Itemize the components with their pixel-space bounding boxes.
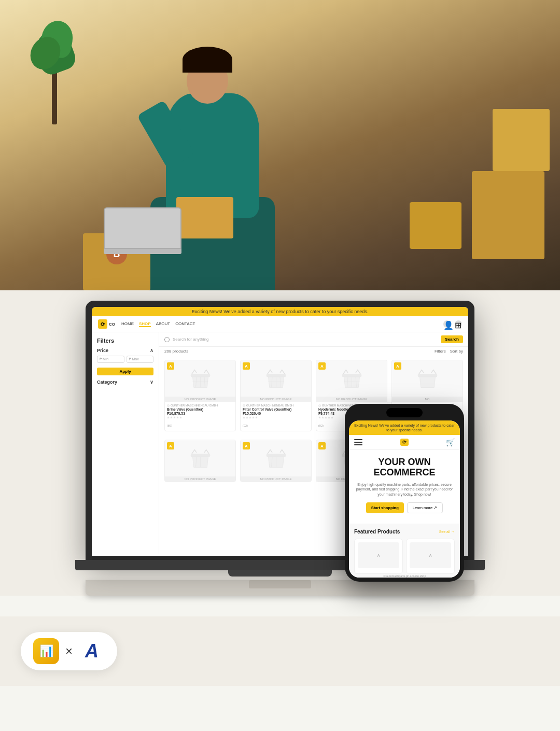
price-inputs: ₱ Min ₱ Max — [97, 356, 153, 363]
hero-title-line2: ECOMMERCE — [355, 468, 454, 478]
no-product-label-6: NO PRODUCT IMAGE — [241, 476, 311, 482]
product-card-1: A — [164, 360, 236, 431]
hamburger-menu-icon[interactable] — [354, 439, 362, 445]
price-filter: Price ∧ ₱ Min ₱ Max — [97, 348, 153, 375]
search-button[interactable]: Search — [441, 335, 463, 343]
product-name-1: Brine Valve (Guenther) — [167, 407, 233, 411]
phone-screen: Exciting News! We've added a variety of … — [349, 420, 460, 578]
products-bar: 208 products Filters Sort by — [159, 347, 468, 356]
product-price-1: ₱16,879.53 — [167, 412, 233, 416]
basket-svg-3 — [340, 367, 363, 390]
product-stars-2 — [243, 416, 309, 419]
svg-rect-5 — [266, 374, 286, 377]
phone-banner-text: Exciting News! We've added a variety of … — [354, 424, 454, 432]
no-product-label-3: NO PRODUCT IMAGE — [316, 397, 387, 402]
nav-home[interactable]: HOME — [121, 321, 134, 327]
apply-filter-button[interactable]: Apply — [97, 368, 153, 375]
see-all-link[interactable]: See all → — [439, 530, 455, 533]
filters-sidebar: Filters Price ∧ ₱ Min — [92, 332, 159, 554]
basket-svg-5 — [189, 447, 212, 470]
star-2 — [170, 416, 173, 419]
featured-products-title: Featured Products — [354, 529, 400, 535]
product-card-2: A — [240, 360, 312, 431]
sort-btn[interactable]: Sort by — [450, 349, 463, 354]
svg-rect-16 — [190, 454, 210, 457]
no-product-label-4: NO — [392, 397, 463, 402]
no-product-label-1: NO PRODUCT IMAGE — [165, 397, 235, 402]
banner-text: Exciting News! We've added a variety of … — [192, 309, 369, 314]
hero-title-line1: YOUR OWN — [355, 457, 454, 468]
shop-toolbar: Search for anything Search — [159, 332, 468, 347]
star-1 — [167, 416, 170, 419]
nav-about[interactable]: ABOUT — [156, 321, 171, 327]
phone-product-image-1: A — [358, 542, 399, 568]
product-logo-2: A — [243, 362, 250, 370]
star-4 — [176, 416, 179, 419]
product-info-1: ◎ GUNTHER MASCHINENBAU GMBH Brine Valve … — [165, 402, 235, 431]
category-filter-label: Category ∨ — [97, 379, 153, 385]
phone-section-header: Featured Products See all → — [354, 529, 455, 535]
product-logo-7: A — [318, 442, 326, 449]
learn-more-button[interactable]: Learn more ↗ — [407, 502, 443, 513]
basket-svg-2 — [264, 367, 288, 390]
laptop-container: Exciting News! We've added a variety of … — [86, 301, 474, 577]
site-logo: ⟳ CO — [98, 319, 115, 329]
product-logo-5: A — [167, 442, 174, 449]
site-banner: Exciting News! We've added a variety of … — [92, 307, 468, 316]
filters-title: Filters — [97, 338, 153, 344]
nav-shop[interactable]: SHOP — [139, 321, 151, 327]
product-price-2: ₱15,520.40 — [243, 412, 309, 416]
branding-section: 📊 × A — [0, 616, 560, 686]
basket-svg-1 — [189, 367, 212, 390]
product-card-6: A NO P — [240, 440, 312, 482]
phone-banner: Exciting News! We've added a variety of … — [349, 420, 460, 435]
adsale-icon: A — [79, 638, 105, 664]
box-right-mid — [410, 202, 461, 249]
products-count: 208 products — [164, 349, 188, 354]
star-5 — [179, 416, 182, 419]
box-right-top — [493, 109, 550, 171]
price-max-input[interactable]: ₱ Max — [127, 356, 154, 363]
phone-mockup: Exciting News! We've added a variety of … — [345, 404, 464, 582]
logo-symbol: ⟳ — [101, 321, 105, 327]
product-brand-2: ◎ GUNTHER MASCHINENBAU GMBH — [243, 404, 309, 407]
site-nav: ⟳ CO HOME SHOP ABOUT CONTACT 👤 ⊞ — [92, 316, 468, 332]
laptop-section: Exciting News! We've added a variety of … — [0, 290, 560, 596]
phone-product-card-1: A — [354, 539, 403, 574]
svg-rect-0 — [190, 374, 210, 377]
hero-section: B — [0, 0, 560, 290]
price-min-input[interactable]: ₱ Min — [97, 356, 124, 363]
filters-btn[interactable]: Filters — [435, 349, 446, 354]
adcell-icon: 📊 — [33, 638, 59, 664]
brand-x-symbol: × — [65, 644, 73, 658]
start-shopping-button[interactable]: Start shopping — [366, 502, 404, 513]
product-reviews-1: (89) — [167, 424, 172, 427]
category-chevron: ∨ — [150, 379, 153, 385]
user-icon[interactable]: 👤 — [443, 320, 451, 328]
phone-product-card-2: A — [406, 539, 455, 574]
nav-contact[interactable]: CONTACT — [175, 321, 195, 327]
phone-hero-description: Enjoy high-quality machine parts, afford… — [355, 482, 454, 497]
nav-right-icons: 👤 ⊞ — [443, 320, 462, 328]
svg-rect-15 — [417, 374, 437, 377]
product-image-1: A — [165, 360, 235, 397]
product-card-5: A NO P — [164, 440, 236, 482]
price-chevron: ∧ — [150, 348, 153, 353]
nav-links: HOME SHOP ABOUT CONTACT — [121, 321, 195, 327]
product-reviews-3: (02) — [318, 424, 324, 427]
logo-text: CO — [109, 322, 115, 327]
logo-icon: ⟳ — [98, 319, 107, 329]
product-name-2: Filter Control Valve (Guenther) — [243, 407, 309, 411]
phone-hero-title: YOUR OWN ECOMMERCE — [355, 457, 454, 478]
product-logo-6: A — [243, 442, 250, 449]
no-product-label-5: NO PRODUCT IMAGE — [165, 476, 235, 482]
product-info-2: ◎ GUNTHER MASCHINENBAU GMBH Filter Contr… — [241, 402, 311, 431]
category-filter: Category ∨ — [97, 379, 153, 385]
devices-section: Exciting News! We've added a variety of … — [0, 290, 560, 616]
price-filter-label: Price ∧ — [97, 348, 153, 353]
grid-icon[interactable]: ⊞ — [455, 320, 462, 328]
phone-cart-icon[interactable]: 🛒 — [446, 438, 455, 446]
product-logo-4: A — [394, 362, 401, 370]
search-input[interactable]: Search for anything — [173, 337, 438, 342]
phone-hero-buttons: Start shopping Learn more ↗ — [355, 502, 454, 513]
